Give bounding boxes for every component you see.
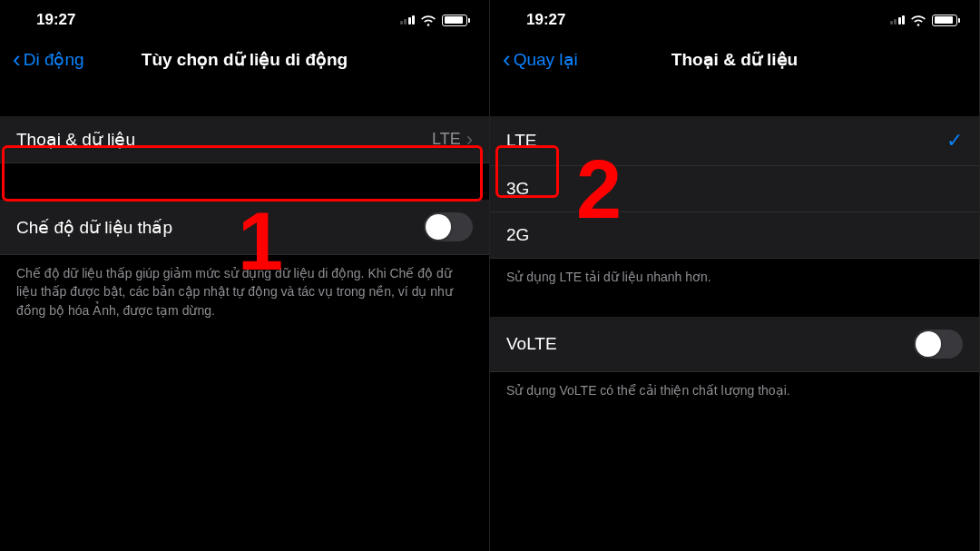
back-button[interactable]: ‹ Di động — [13, 47, 84, 71]
volte-toggle[interactable] — [914, 330, 963, 359]
row-label: VoLTE — [506, 334, 557, 354]
status-time: 19:27 — [526, 11, 565, 29]
option-3g-row[interactable]: 3G — [490, 166, 979, 212]
screen-1-mobile-data-options: 19:27 ‹ Di động Tùy chọn dữ liệu di động… — [0, 0, 490, 551]
volte-row: VoLTE — [490, 317, 979, 372]
wifi-icon — [420, 14, 436, 26]
toggle-knob — [426, 214, 451, 240]
row-label: Thoại & dữ liệu — [16, 129, 135, 150]
option-label: LTE — [506, 131, 536, 151]
low-data-mode-footer: Chế độ dữ liệu thấp giúp giảm mức sử dụn… — [0, 255, 489, 329]
wifi-icon — [910, 14, 926, 26]
low-data-mode-toggle[interactable] — [424, 212, 473, 241]
option-2g-row[interactable]: 2G — [490, 212, 979, 259]
back-button[interactable]: ‹ Quay lại — [503, 47, 578, 71]
cellular-signal-icon — [890, 15, 906, 25]
lte-footer: Sử dụng LTE tải dữ liệu nhanh hơn. — [490, 259, 979, 295]
row-value: LTE — [432, 130, 461, 149]
voice-and-data-row[interactable]: Thoại & dữ liệu LTE › — [0, 116, 489, 163]
status-time: 19:27 — [36, 11, 75, 29]
status-bar: 19:27 — [0, 0, 489, 36]
chevron-left-icon: ‹ — [13, 47, 21, 71]
status-bar: 19:27 — [490, 0, 979, 36]
page-title: Tùy chọn dữ liệu di động — [142, 49, 348, 70]
option-lte-row[interactable]: LTE ✓ — [490, 116, 979, 166]
content-area: LTE ✓ 3G 2G Sử dụng LTE tải dữ liệu nhan… — [490, 116, 979, 409]
low-data-mode-row: Chế độ dữ liệu thấp — [0, 200, 489, 255]
status-indicators — [890, 14, 958, 26]
row-value-container: LTE › — [432, 130, 473, 150]
chevron-right-icon: › — [466, 130, 473, 150]
volte-footer: Sử dụng VoLTE có thể cải thiện chất lượn… — [490, 372, 979, 408]
screen-2-voice-and-data: 19:27 ‹ Quay lại Thoại & dữ liệu LTE ✓ 3… — [490, 0, 980, 551]
status-indicators — [400, 14, 468, 26]
nav-bar: ‹ Di động Tùy chọn dữ liệu di động — [0, 36, 489, 82]
option-label: 3G — [506, 179, 529, 199]
row-label: Chế độ dữ liệu thấp — [16, 217, 172, 238]
cellular-signal-icon — [400, 15, 416, 25]
content-area: Thoại & dữ liệu LTE › Chế độ dữ liệu thấ… — [0, 116, 489, 329]
nav-bar: ‹ Quay lại Thoại & dữ liệu — [490, 36, 979, 82]
chevron-left-icon: ‹ — [503, 47, 511, 71]
toggle-knob — [916, 331, 941, 357]
back-label: Quay lại — [514, 49, 578, 70]
back-label: Di động — [24, 49, 84, 70]
battery-icon — [932, 15, 957, 26]
page-title: Thoại & dữ liệu — [671, 49, 798, 70]
checkmark-icon: ✓ — [946, 129, 963, 153]
option-label: 2G — [506, 225, 529, 245]
battery-icon — [442, 15, 467, 26]
